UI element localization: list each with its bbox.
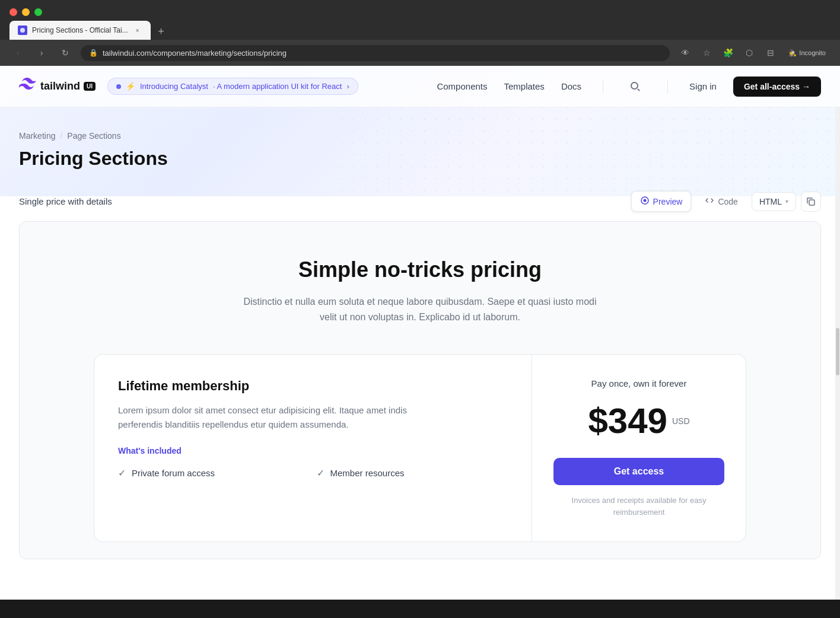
page: tailwind UI ⚡ Introducing Catalyst · A m… bbox=[0, 66, 840, 600]
logo-icon bbox=[19, 78, 36, 95]
svg-point-3 bbox=[643, 199, 646, 202]
pricing-card-left: Lifetime membership Lorem ipsum dolor si… bbox=[94, 355, 532, 541]
traffic-lights bbox=[0, 0, 840, 16]
logo-badge: UI bbox=[84, 82, 96, 91]
feature-label-0: Private forum access bbox=[132, 468, 215, 478]
nav-links: Components Templates Docs Sign in Get al… bbox=[437, 76, 821, 97]
extension-icon[interactable]: ⬡ bbox=[741, 44, 758, 61]
forward-button[interactable]: › bbox=[33, 44, 50, 61]
section-controls: Preview Code HTML ▾ bbox=[631, 191, 821, 212]
get-access-price-button[interactable]: Get access bbox=[553, 458, 724, 485]
search-button[interactable] bbox=[625, 76, 646, 97]
announcement-chevron: › bbox=[346, 82, 349, 91]
tab-favicon bbox=[18, 26, 27, 35]
announcement-text: Introducing Catalyst bbox=[140, 82, 208, 91]
pricing-card-right: Pay once, own it forever $349 USD Get ac… bbox=[532, 355, 746, 541]
preview-button[interactable]: Preview bbox=[631, 191, 692, 212]
eye-off-icon[interactable]: 👁 bbox=[677, 44, 693, 61]
address-bar[interactable]: 🔒 tailwindui.com/components/marketing/se… bbox=[81, 45, 670, 61]
puzzle-icon[interactable]: 🧩 bbox=[720, 44, 736, 61]
pricing-card-title: Lifetime membership bbox=[118, 378, 508, 394]
nav-divider-2 bbox=[667, 79, 668, 94]
chevron-down-icon: ▾ bbox=[785, 198, 788, 205]
nav-link-docs[interactable]: Docs bbox=[561, 81, 581, 91]
lock-icon: 🔒 bbox=[89, 49, 98, 57]
incognito-badge: 🕵 Incognito bbox=[784, 47, 831, 59]
check-icon-1: ✓ bbox=[317, 467, 324, 479]
svg-point-0 bbox=[20, 28, 25, 33]
check-icon-0: ✓ bbox=[118, 467, 126, 479]
svg-rect-4 bbox=[809, 200, 814, 205]
minimize-button[interactable] bbox=[22, 8, 30, 16]
main-content: Marketing / Page Sections Pricing Sectio… bbox=[0, 107, 840, 559]
nav-link-templates[interactable]: Templates bbox=[504, 81, 545, 91]
lang-label: HTML bbox=[759, 197, 782, 206]
pay-once-text: Pay once, own it forever bbox=[591, 378, 687, 388]
refresh-button[interactable]: ↻ bbox=[57, 44, 74, 61]
logo-text: tailwind UI bbox=[40, 80, 96, 93]
pricing-card: Lifetime membership Lorem ipsum dolor si… bbox=[94, 354, 746, 542]
browser-tab[interactable]: Pricing Sections - Official Tai... × bbox=[9, 21, 151, 40]
nav-divider bbox=[603, 79, 603, 94]
logo-link[interactable]: tailwind UI bbox=[19, 78, 96, 95]
code-button[interactable]: Code bbox=[696, 191, 746, 212]
page-title: Pricing Sections bbox=[19, 148, 821, 170]
incognito-label: Incognito bbox=[799, 49, 826, 56]
price-display: $349 USD bbox=[588, 400, 689, 441]
pricing-card-desc: Lorem ipsum dolor sit amet consect etur … bbox=[118, 403, 415, 432]
announcement-dot bbox=[116, 84, 121, 89]
announcement-banner[interactable]: ⚡ Introducing Catalyst · A modern applic… bbox=[107, 78, 358, 95]
breadcrumb-page-sections[interactable]: Page Sections bbox=[67, 131, 120, 141]
price-currency: USD bbox=[672, 416, 690, 426]
whats-included-link[interactable]: What's included bbox=[118, 446, 508, 455]
nav-link-components[interactable]: Components bbox=[437, 81, 487, 91]
new-tab-button[interactable]: + bbox=[153, 23, 170, 40]
svg-point-1 bbox=[631, 82, 638, 89]
price-amount: $349 bbox=[588, 400, 667, 441]
code-btn-label: Code bbox=[718, 197, 737, 206]
code-icon bbox=[705, 196, 714, 207]
preview-area: Simple no-tricks pricing Distinctio et n… bbox=[19, 221, 821, 559]
feature-item-1: ✓ Member resources bbox=[317, 467, 508, 479]
url-text: tailwindui.com/components/marketing/sect… bbox=[103, 49, 661, 58]
preview-heading: Simple no-tricks pricing bbox=[298, 257, 542, 282]
section-label: Single price with details bbox=[19, 196, 112, 206]
breadcrumb-separator: / bbox=[60, 131, 62, 141]
browser-actions: 👁 ☆ 🧩 ⬡ ⊟ 🕵 Incognito bbox=[677, 44, 831, 61]
browser-chrome: Pricing Sections - Official Tai... × + ‹… bbox=[0, 0, 840, 66]
lang-select[interactable]: HTML ▾ bbox=[752, 192, 796, 211]
navbar: tailwind UI ⚡ Introducing Catalyst · A m… bbox=[0, 66, 840, 107]
sidebar-icon[interactable]: ⊟ bbox=[762, 44, 779, 61]
section-header: Single price with details Preview Code H… bbox=[19, 191, 821, 212]
features-grid: ✓ Private forum access ✓ Member resource… bbox=[118, 467, 508, 479]
feature-item-0: ✓ Private forum access bbox=[118, 467, 310, 479]
back-button[interactable]: ‹ bbox=[9, 44, 26, 61]
announcement-icon: ⚡ bbox=[126, 82, 135, 91]
star-icon[interactable]: ☆ bbox=[698, 44, 715, 61]
tab-close-icon[interactable]: × bbox=[133, 26, 142, 35]
invoice-text: Invoices and receipts available for easy… bbox=[553, 495, 724, 518]
get-access-button[interactable]: Get all-access → bbox=[733, 77, 821, 97]
preview-subtext: Distinctio et nulla eum soluta et neque … bbox=[242, 294, 598, 324]
preview-icon bbox=[640, 196, 650, 207]
close-button[interactable] bbox=[9, 8, 17, 16]
preview-btn-label: Preview bbox=[653, 197, 683, 206]
tab-bar: Pricing Sections - Official Tai... × + bbox=[0, 16, 840, 40]
breadcrumb: Marketing / Page Sections bbox=[19, 131, 821, 141]
copy-button[interactable] bbox=[801, 192, 821, 212]
maximize-button[interactable] bbox=[34, 8, 42, 16]
announcement-subtext: · A modern application UI kit for React bbox=[213, 82, 342, 91]
incognito-icon: 🕵 bbox=[788, 49, 797, 57]
signin-link[interactable]: Sign in bbox=[689, 81, 717, 91]
breadcrumb-marketing[interactable]: Marketing bbox=[19, 131, 55, 141]
feature-label-1: Member resources bbox=[330, 468, 405, 478]
tab-title: Pricing Sections - Official Tai... bbox=[32, 26, 128, 34]
address-bar-row: ‹ › ↻ 🔒 tailwindui.com/components/market… bbox=[0, 40, 840, 66]
